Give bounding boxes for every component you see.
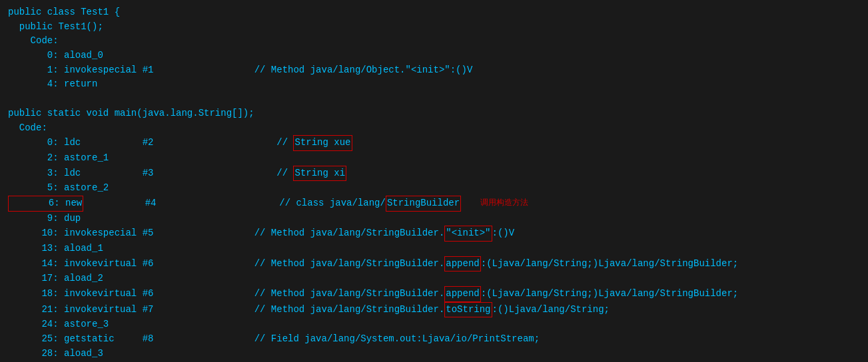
- code-line-astore3: 24: astore_3: [8, 317, 860, 332]
- code-line-aload3: 28: aload_3: [8, 347, 860, 361]
- code-line-ldc-xi: 3: ldc #3 // String xi: [8, 166, 860, 182]
- code-line-new-sb: 6: new #4 // class java/lang/StringBuild…: [8, 196, 860, 212]
- code-line-4: 0: aload_0: [8, 49, 860, 63]
- code-line-astore1: 2: astore_1: [8, 151, 860, 166]
- new-highlight: 6: new: [8, 196, 83, 212]
- code-line-5: 1: invokespecial #1 // Method java/lang/…: [8, 63, 860, 78]
- code-line-empty: [8, 92, 860, 106]
- annotation-constructor: 调用构造方法: [461, 197, 528, 210]
- stringbuilder-highlight: StringBuilder: [386, 196, 461, 212]
- append1-highlight: append: [444, 256, 480, 272]
- init-highlight: "<init>": [444, 226, 492, 242]
- tostring-highlight: toString: [444, 302, 492, 318]
- code-line-invokevirtual-tostring: 21: invokevirtual #7 // Method java/lang…: [8, 302, 860, 318]
- code-line-aload2: 17: aload_2: [8, 272, 860, 286]
- code-line-2: public Test1();: [8, 20, 860, 35]
- string-xi-highlight: String xi: [293, 166, 346, 182]
- code-line-ldc-xue: 0: ldc #2 // String xue: [8, 135, 860, 151]
- code-line-9: Code:: [8, 121, 860, 136]
- string-xue-highlight: String xue: [293, 135, 352, 151]
- code-line-8: public static void main(java.lang.String…: [8, 106, 860, 121]
- code-container: public class Test1 { public Test1(); Cod…: [0, 0, 868, 362]
- code-line-getstatic: 25: getstatic #8 // Field java/lang/Syst…: [8, 332, 860, 347]
- code-line-3: Code:: [8, 34, 860, 49]
- code-line-6: 4: return: [8, 77, 860, 92]
- code-line-dup: 9: dup: [8, 212, 860, 226]
- code-line-invokespecial-init: 10: invokespecial #5 // Method java/lang…: [8, 226, 860, 242]
- code-line-invokevirtual-append2: 18: invokevirtual #6 // Method java/lang…: [8, 286, 860, 302]
- append2-highlight: append: [444, 286, 480, 302]
- code-line-1: public class Test1 {: [8, 5, 860, 20]
- code-line-invokevirtual-append1: 14: invokevirtual #6 // Method java/lang…: [8, 256, 860, 272]
- code-line-astore2: 5: astore_2: [8, 181, 860, 196]
- code-line-aload1: 13: aload_1: [8, 242, 860, 256]
